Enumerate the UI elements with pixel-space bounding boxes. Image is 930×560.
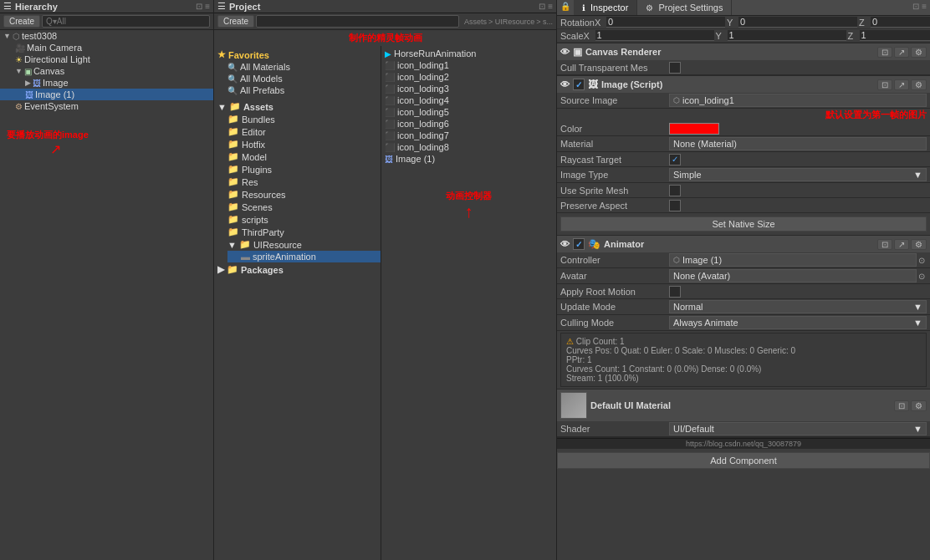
culling-dropdown[interactable]: Always Animate ▼ — [669, 316, 927, 329]
canvas-renderer-btn2[interactable]: ↗ — [894, 47, 909, 58]
asset-icon-loding6[interactable]: ⬛ icon_loding6 — [381, 118, 556, 130]
native-size-btn[interactable]: Set Native Size — [560, 216, 927, 232]
project-create-btn[interactable]: Create — [217, 15, 254, 28]
rotation-y-input[interactable] — [738, 17, 857, 28]
canvas-renderer-btn3[interactable]: ⚙ — [911, 47, 927, 58]
asset-icon-loding4[interactable]: ⬛ icon_loding4 — [381, 94, 556, 106]
asset-icon-loding8[interactable]: ⬛ icon_loding8 — [381, 141, 556, 153]
raycast-checkbox[interactable]: ✓ — [669, 154, 681, 165]
project-menu-icon: ☰ — [217, 1, 226, 12]
packages-header[interactable]: ▶ 📁 Packages — [214, 262, 381, 277]
scale-label: Scale — [560, 31, 584, 41]
scale-z-input[interactable] — [860, 30, 930, 41]
add-component-btn[interactable]: Add Component — [557, 452, 930, 469]
sprite-icon: ⬛ — [385, 96, 395, 105]
image-script-btn2[interactable]: ↗ — [894, 79, 909, 90]
folder-scenes[interactable]: 📁Scenes — [214, 201, 381, 213]
asset-icon-loding5[interactable]: ⬛ icon_loding5 — [381, 106, 556, 118]
animator-enable[interactable]: ✓ — [573, 238, 585, 250]
controller-field[interactable]: ⬡ Image (1) — [669, 253, 917, 267]
folder-plugins[interactable]: 📁Plugins — [214, 163, 381, 176]
folder-editor[interactable]: 📁Editor — [214, 125, 381, 138]
cull-transparent-checkbox[interactable] — [669, 62, 681, 74]
tab-project-settings[interactable]: ⚙ Project Settings — [637, 0, 732, 15]
folder-thirdparty[interactable]: 📁ThirdParty — [214, 226, 381, 238]
image-type-row: Image Type Simple ▼ — [557, 167, 930, 183]
cull-transparent-row: Cull Transparent Mes — [557, 60, 930, 75]
material-btn2[interactable]: ⚙ — [911, 400, 927, 411]
canvas-renderer-btn1[interactable]: ⊡ — [877, 47, 892, 58]
image-script-section: 👁 ✓ 🖼 Image (Script) ⊡ ↗ ⚙ Source Image … — [557, 76, 930, 236]
hierarchy-item-canvas[interactable]: ▼ ▣ Canvas — [0, 65, 213, 77]
folder-bundles[interactable]: 📁Bundles — [214, 113, 381, 125]
folder-icon: 📁 — [227, 227, 239, 237]
culling-label: Culling Mode — [560, 318, 669, 328]
rotation-z-input[interactable] — [871, 17, 930, 28]
asset-image-1[interactable]: 🖼 Image (1) — [381, 153, 556, 165]
material-btn1[interactable]: ⊡ — [894, 400, 909, 411]
folder-scripts[interactable]: 📁scripts — [214, 213, 381, 226]
annotation-sprite-anim: 制作的精灵帧动画 — [214, 30, 556, 46]
image-type-dropdown[interactable]: Simple ▼ — [669, 168, 927, 181]
folder-model[interactable]: 📁Model — [214, 150, 381, 163]
hierarchy-item-image[interactable]: ▶ 🖼 Image — [0, 77, 213, 89]
assets-folder-icon: 📁 — [229, 101, 241, 112]
rotation-y-field: Y — [727, 17, 857, 28]
asset-icon-loding2[interactable]: ⬛ icon_loding2 — [381, 71, 556, 83]
asset-icon-loding7[interactable]: ⬛ icon_loding7 — [381, 130, 556, 141]
fav-all-models[interactable]: 🔍 All Models — [214, 73, 381, 84]
apply-root-checkbox[interactable] — [669, 286, 681, 298]
avatar-field[interactable]: None (Avatar) — [669, 269, 917, 283]
fav-all-materials[interactable]: 🔍 All Materials — [214, 61, 381, 73]
folder-hotfix[interactable]: 📁Hotfix — [214, 138, 381, 150]
animator-btn2[interactable]: ↗ — [894, 239, 909, 250]
hierarchy-item-directional-light[interactable]: ☀ Directional Light — [0, 53, 213, 65]
fav-all-prefabs[interactable]: 🔍 All Prefabs — [214, 84, 381, 96]
image-script-enable[interactable]: ✓ — [573, 79, 585, 90]
animator-btn3[interactable]: ⚙ — [911, 239, 927, 250]
hierarchy-create-btn[interactable]: Create — [3, 15, 40, 28]
update-mode-dropdown[interactable]: Normal ▼ — [669, 300, 927, 313]
hierarchy-scene-root[interactable]: ▼ ⬡ test0308 — [0, 30, 213, 42]
use-sprite-checkbox[interactable] — [669, 185, 681, 196]
inspector-tab-icon: ℹ — [582, 3, 585, 13]
hierarchy-label-main-camera: Main Camera — [27, 43, 82, 53]
folder-res[interactable]: 📁Res — [214, 176, 381, 188]
scale-y-input[interactable] — [728, 30, 846, 41]
shader-dropdown[interactable]: UI/Default ▼ — [669, 422, 927, 435]
shader-value: UI/Default — [673, 424, 714, 434]
image-script-btn1[interactable]: ⊡ — [877, 79, 892, 90]
project-search-input[interactable] — [256, 15, 459, 28]
rotation-x-input[interactable] — [606, 17, 725, 28]
controller-label: Controller — [560, 255, 669, 265]
hierarchy-search-input[interactable] — [42, 15, 210, 28]
source-image-label: Source Image — [560, 95, 669, 105]
preserve-checkbox[interactable] — [669, 200, 681, 211]
folder-uiresource[interactable]: ▼ 📁 UIResource — [214, 238, 381, 251]
subfolder-sprite-animation[interactable]: ▬ spriteAnimation — [227, 251, 381, 262]
project-left-tree: ★ Favorites 🔍 All Materials 🔍 All Models… — [214, 46, 381, 560]
animator-info-text: Clip Count: 1 Curves Pos: 0 Quat: 0 Eule… — [566, 337, 795, 383]
asset-horse-run[interactable]: ▶ HorseRunAnimation — [381, 48, 556, 59]
project-icons: ⊡ ≡ — [539, 2, 553, 11]
update-mode-row: Update Mode Normal ▼ — [557, 299, 930, 315]
annotation-arrow-1: ↗ — [50, 141, 213, 157]
animator-btn1[interactable]: ⊡ — [877, 239, 892, 250]
asset-icon-loding3[interactable]: ⬛ icon_loding3 — [381, 83, 556, 94]
scale-x-input[interactable] — [595, 30, 714, 41]
rotation-xyz: X Y Z — [595, 17, 930, 28]
color-picker[interactable] — [669, 123, 719, 135]
sprite-icon: ⬛ — [385, 143, 395, 152]
folder-resources[interactable]: 📁Resources — [214, 188, 381, 201]
hierarchy-item-main-camera[interactable]: 🎥 Main Camera — [0, 42, 213, 53]
asset-icon-loding1[interactable]: ⬛ icon_loding1 — [381, 59, 556, 71]
hierarchy-item-eventsystem[interactable]: ⚙ EventSystem — [0, 100, 213, 112]
source-image-field[interactable]: ⬡ icon_loding1 — [669, 94, 927, 107]
hierarchy-item-image-1[interactable]: 🖼 Image (1) — [0, 89, 213, 100]
image-script-btn3[interactable]: ⚙ — [911, 79, 927, 90]
material-field[interactable]: None (Material) — [669, 137, 927, 150]
hierarchy-menu-icon: ☰ — [3, 1, 12, 12]
tab-inspector[interactable]: ℹ Inspector — [574, 0, 637, 15]
settings-tab-icon: ⚙ — [646, 3, 653, 13]
material-section: Default UI Material ⊡ ⚙ Shader UI/Defaul… — [557, 389, 930, 438]
